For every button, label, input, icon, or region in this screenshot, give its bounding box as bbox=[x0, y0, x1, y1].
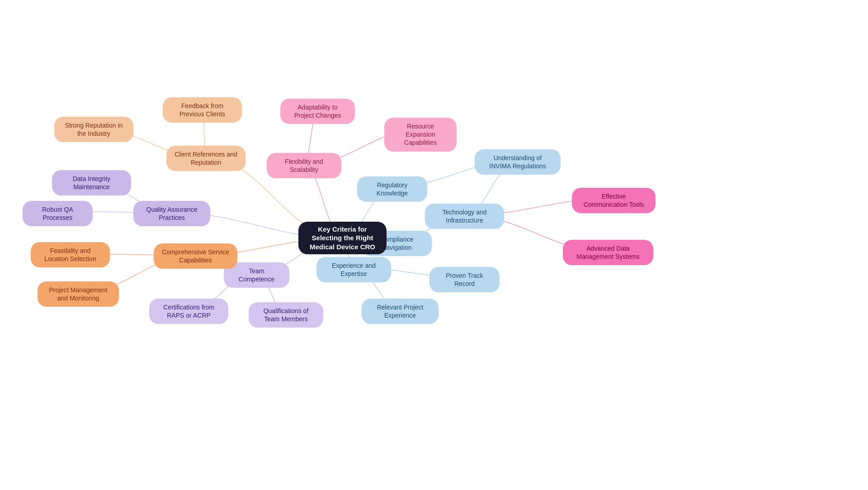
node-quality[interactable]: Quality Assurance Practices bbox=[133, 201, 210, 226]
node-robust-qa[interactable]: Robust QA Processes bbox=[23, 201, 93, 226]
mind-map: Flexibility and ScalabilityAdaptability … bbox=[0, 0, 868, 490]
node-adv-data[interactable]: Advanced Data Management Systems bbox=[563, 240, 653, 265]
node-comprehensive[interactable]: Comprehensive Service Capabilities bbox=[154, 243, 237, 269]
node-strong-rep[interactable]: Strong Reputation in the Industry bbox=[54, 117, 133, 142]
node-tech[interactable]: Technology and Infrastructure bbox=[425, 204, 504, 229]
node-adaptability[interactable]: Adaptability to Project Changes bbox=[280, 99, 355, 124]
node-center[interactable]: Key Criteria for Selecting the Right Med… bbox=[298, 222, 387, 254]
node-client-refs[interactable]: Client References and Reputation bbox=[166, 146, 245, 171]
node-feedback[interactable]: Feedback from Previous Clients bbox=[163, 97, 242, 123]
node-regulatory[interactable]: Regulatory Knowledge bbox=[357, 176, 427, 202]
node-resource[interactable]: Resource Expansion Capabilities bbox=[384, 118, 457, 152]
node-proven[interactable]: Proven Track Record bbox=[429, 267, 500, 292]
node-data-integrity[interactable]: Data Integrity Maintenance bbox=[52, 170, 131, 195]
node-certifications[interactable]: Certifications from RAPS or ACRP bbox=[149, 299, 228, 324]
node-relevant[interactable]: Relevant Project Experience bbox=[362, 299, 439, 324]
node-experience[interactable]: Experience and Expertise bbox=[316, 257, 391, 282]
node-qualifications[interactable]: Qualifications of Team Members bbox=[249, 302, 323, 328]
node-project-mgmt[interactable]: Project Management and Monitoring bbox=[38, 281, 119, 307]
connections-svg bbox=[0, 0, 868, 490]
node-feasibility[interactable]: Feasibility and Location Selection bbox=[31, 242, 110, 267]
node-flexibility[interactable]: Flexibility and Scalability bbox=[267, 153, 341, 178]
node-eff-comm[interactable]: Effective Communication Tools bbox=[572, 188, 656, 213]
node-invima[interactable]: Understanding of INVIMA Regulations bbox=[475, 149, 561, 175]
